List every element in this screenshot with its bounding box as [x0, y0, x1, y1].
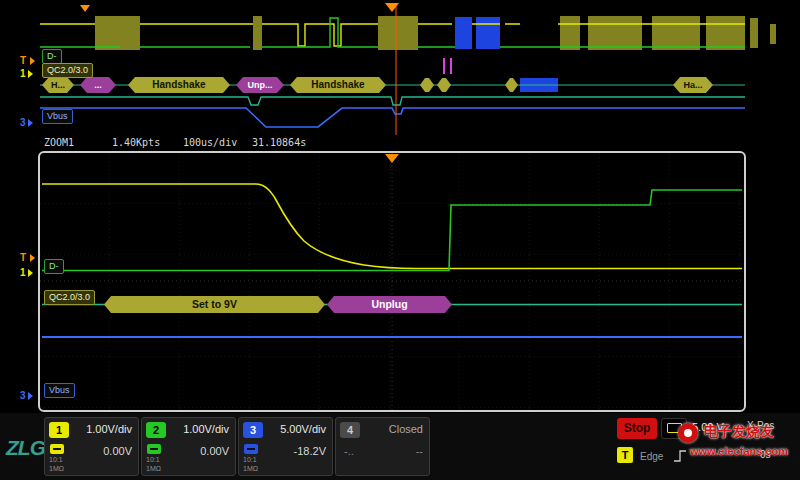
zoom-trigger-marker[interactable] [385, 154, 399, 163]
channel-3-badge: 3 [243, 422, 263, 438]
channel-2-badge: 2 [146, 422, 166, 438]
overview-activity-blocks [95, 16, 776, 50]
ch3-position-arrow[interactable] [28, 119, 33, 127]
zoom-ch3-position-arrow[interactable] [28, 392, 33, 400]
zoom-trigger-level-marker[interactable]: T [20, 253, 26, 263]
watermark-url: www.elecfans.com [690, 445, 788, 457]
channel-2-scale: 1.00V/div [183, 423, 229, 435]
decode-token: Unp... [236, 77, 284, 93]
zoom-vbus-label: Vbus [44, 383, 75, 398]
channel-1-coupling-icon [50, 444, 64, 454]
trigger-level-arrow[interactable] [30, 57, 35, 65]
trigger-source-badge[interactable]: T [617, 447, 633, 463]
channel-3-impedance: 1MΩ [243, 465, 258, 473]
zoom-timestamp: 31.10864s [252, 137, 306, 148]
zoom-waveform-plot [40, 153, 744, 410]
trigger-level-marker[interactable]: T [20, 56, 26, 66]
decode-token: Unplug [327, 296, 452, 313]
watermark-logo [678, 423, 698, 443]
zoom-dminus-label: D- [44, 259, 64, 274]
channel-2-probe: 10:1 [146, 456, 160, 464]
channel-4-impedance: -- [416, 445, 423, 457]
channel-4-offset: -.. [344, 445, 354, 457]
channel-1-offset: 0.00V [103, 445, 132, 457]
channel-2-impedance: 1MΩ [146, 465, 161, 473]
channel-3-box[interactable]: 3 5.00V/div -18.2V 10:1 1MΩ [238, 417, 333, 476]
zoom-region-marker[interactable] [80, 5, 90, 12]
zoom-name: ZOOM1 [44, 137, 74, 148]
zoom-trigger-level-arrow[interactable] [30, 254, 35, 262]
brand-logo-text: ZLG [6, 436, 45, 459]
zoom-timebase: 100us/div [183, 137, 237, 148]
decode-token: Set to 9V [104, 296, 325, 313]
overview-bus-label: QC2.0/3.0 [42, 63, 93, 78]
overview-waveform-plot [0, 0, 800, 150]
decode-token: Handshake [128, 77, 230, 93]
zoom-ch1-position-arrow[interactable] [28, 269, 33, 277]
trigger-type-label[interactable]: Edge [640, 451, 663, 462]
stop-button[interactable]: Stop [617, 418, 657, 439]
channel-1-probe: 10:1 [49, 456, 63, 464]
overview-usb-data-blocks [455, 17, 558, 92]
channel-1-box[interactable]: 1 1.00V/div 0.00V 10:1 1MΩ [44, 417, 139, 476]
channel-2-coupling-icon [147, 444, 161, 454]
zoom-points: 1.40Kpts [112, 137, 160, 148]
oscilloscope-screen: T 1 3 D- QC2.0/3.0 Vbus H... ... Handsha… [0, 0, 800, 480]
watermark: 电子发烧友 www.elecfans.com [676, 420, 800, 472]
overview-vbus-label: Vbus [42, 109, 73, 124]
decode-token: Handshake [290, 77, 386, 93]
channel-1-badge: 1 [49, 422, 69, 438]
channel-3-probe: 10:1 [243, 456, 257, 464]
channel-3-scale: 5.00V/div [280, 423, 326, 435]
status-bar: ZLG® 1 1.00V/div 0.00V 10:1 1MΩ 2 1.00V/… [0, 413, 800, 480]
channel-2-box[interactable]: 2 1.00V/div 0.00V 10:1 1MΩ [141, 417, 236, 476]
watermark-title: 电子发烧友 [704, 423, 774, 441]
channel-4-box[interactable]: 4 Closed -.. -- [335, 417, 430, 476]
channel-3-coupling-icon [244, 444, 258, 454]
ch1-position-arrow[interactable] [28, 70, 33, 78]
zoom-ch3-position-marker[interactable]: 3 [20, 391, 26, 401]
channel-4-scale: Closed [389, 423, 423, 435]
zoom-window [38, 151, 746, 412]
ch1-position-marker[interactable]: 1 [20, 69, 26, 79]
trigger-position-marker[interactable] [385, 3, 399, 12]
decode-token: ... [80, 77, 116, 93]
channel-4-badge: 4 [340, 422, 360, 438]
overview-dminus-label: D- [42, 49, 62, 64]
channel-3-offset: -18.2V [294, 445, 326, 457]
channel-2-offset: 0.00V [200, 445, 229, 457]
zoom-bus-label: QC2.0/3.0 [44, 290, 95, 305]
zoom-ch1-position-marker[interactable]: 1 [20, 268, 26, 278]
channel-1-impedance: 1MΩ [49, 465, 64, 473]
ch3-position-marker[interactable]: 3 [20, 118, 26, 128]
channel-1-scale: 1.00V/div [86, 423, 132, 435]
decode-token: Ha... [673, 77, 713, 93]
